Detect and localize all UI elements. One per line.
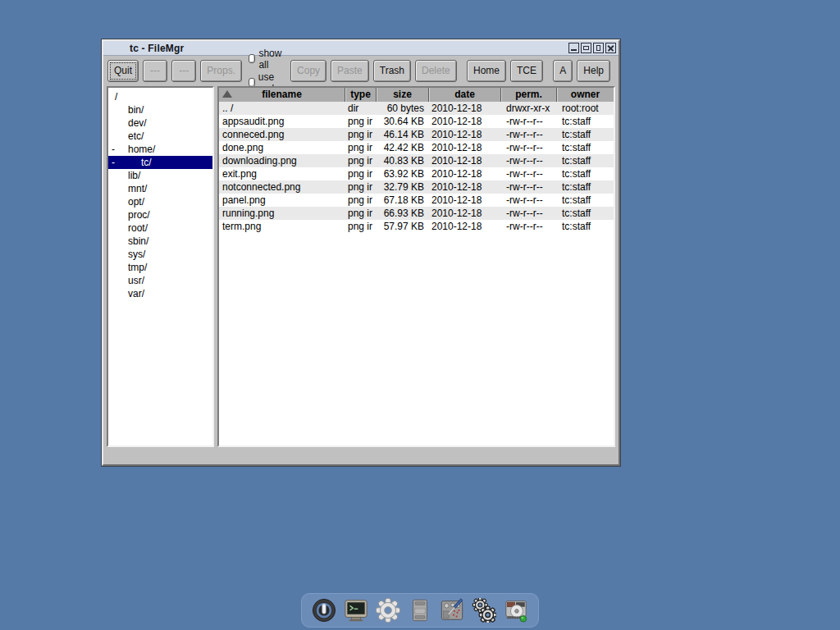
tree-item-opt[interactable]: opt/ xyxy=(108,195,212,208)
cell-date: 2010-12-18 xyxy=(428,194,500,207)
cell-filename: conneced.png xyxy=(219,128,345,141)
paste-button[interactable]: Paste xyxy=(331,60,369,82)
maximize-button[interactable] xyxy=(581,43,591,53)
column-header-size[interactable]: size xyxy=(376,88,428,102)
help-button[interactable]: Help xyxy=(577,60,610,82)
cell-size: 57.97 KB xyxy=(376,220,428,233)
tree-item-tc[interactable]: -tc/ xyxy=(108,156,212,169)
cell-perm: -rw-r--r-- xyxy=(500,167,556,180)
quit-button[interactable]: Quit xyxy=(107,60,139,82)
expander-icon[interactable]: - xyxy=(112,143,115,156)
cell-date: 2010-12-18 xyxy=(428,220,500,233)
column-header-perm[interactable]: perm. xyxy=(500,88,556,102)
title-bar[interactable]: tc - FileMgr xyxy=(103,41,619,56)
tce-button[interactable]: TCE xyxy=(510,60,543,82)
file-table: filename type size date perm. owner .. /… xyxy=(217,86,615,447)
tree-item-[interactable]: / xyxy=(108,90,212,103)
close-button[interactable] xyxy=(605,43,616,53)
copy-button[interactable]: Copy xyxy=(290,60,326,82)
cell-owner: tc:staff xyxy=(556,194,614,207)
tree-item-sbin[interactable]: sbin/ xyxy=(108,235,212,248)
tree-item-var[interactable]: var/ xyxy=(108,287,212,300)
table-row[interactable]: exit.pngpng ir63.92 KB2010-12-18-rw-r--r… xyxy=(219,167,614,180)
table-row[interactable]: panel.pngpng ir67.18 KB2010-12-18-rw-r--… xyxy=(219,194,614,207)
tree-item-label: usr/ xyxy=(108,275,144,286)
control-panel-icon[interactable] xyxy=(440,598,464,623)
cell-owner: root:root xyxy=(556,102,614,115)
tree-item-home[interactable]: -home/ xyxy=(108,143,212,156)
tree-item-label: / xyxy=(108,91,117,103)
table-row[interactable]: done.pngpng ir42.42 KB2010-12-18-rw-r--r… xyxy=(219,141,614,154)
cell-date: 2010-12-18 xyxy=(428,180,500,194)
tree-item-mnt[interactable]: mnt/ xyxy=(108,182,212,195)
table-row[interactable]: appsaudit.pngpng ir30.64 KB2010-12-18-rw… xyxy=(219,115,614,128)
table-body: .. /dir60 bytes2010-12-18drwxr-xr-xroot:… xyxy=(219,102,614,445)
tree-item-bin[interactable]: bin/ xyxy=(108,103,212,116)
show-all-label: show all xyxy=(258,48,284,71)
tree-item-label: sbin/ xyxy=(108,235,148,247)
cell-owner: tc:staff xyxy=(556,141,614,154)
cell-date: 2010-12-18 xyxy=(428,141,500,154)
tree-item-tmp[interactable]: tmp/ xyxy=(108,261,212,274)
tree-item-sys[interactable]: sys/ xyxy=(108,248,212,261)
tree-item-root[interactable]: root/ xyxy=(108,221,212,235)
trash-button[interactable]: Trash xyxy=(373,60,411,82)
show-all-checkbox[interactable] xyxy=(249,54,255,63)
settings-gear-icon[interactable] xyxy=(376,598,400,623)
tree-item-dev[interactable]: dev/ xyxy=(108,116,212,130)
home-button[interactable]: Home xyxy=(467,60,506,82)
tree-item-label: lib/ xyxy=(108,170,140,181)
table-row[interactable]: running.pngpng ir66.93 KB2010-12-18-rw-r… xyxy=(219,207,614,220)
table-row[interactable]: notconnected.pngpng ir32.79 KB2010-12-18… xyxy=(219,180,614,194)
cell-date: 2010-12-18 xyxy=(428,207,500,220)
tree-item-proc[interactable]: proc/ xyxy=(108,208,212,221)
cell-size: 32.79 KB xyxy=(376,180,428,194)
cell-type: png ir xyxy=(345,128,376,141)
cell-perm: -rw-r--r-- xyxy=(500,141,556,154)
shade-icon xyxy=(596,45,600,51)
tree-item-label: etc/ xyxy=(108,130,144,142)
cell-filename: downloading.png xyxy=(219,154,345,167)
cell-type: png ir xyxy=(345,220,376,233)
tree-item-label: home/ xyxy=(108,144,155,155)
cell-perm: drwxr-xr-x xyxy=(500,102,556,115)
terminal-icon[interactable] xyxy=(344,598,368,623)
tree-item-etc[interactable]: etc/ xyxy=(108,130,212,143)
props-button[interactable]: Props. xyxy=(200,60,242,82)
cell-size: 40.83 KB xyxy=(376,154,428,167)
expander-icon[interactable]: - xyxy=(112,156,115,169)
shade-button[interactable] xyxy=(593,43,604,53)
cell-perm: -rw-r--r-- xyxy=(500,194,556,207)
cell-date: 2010-12-18 xyxy=(428,167,500,180)
cell-perm: -rw-r--r-- xyxy=(500,207,556,220)
minimize-button[interactable] xyxy=(568,43,579,53)
cell-owner: tc:staff xyxy=(556,207,614,220)
table-row[interactable]: downloading.pngpng ir40.83 KB2010-12-18-… xyxy=(219,154,614,167)
minimize-icon xyxy=(571,49,577,51)
cell-filename: term.png xyxy=(219,220,345,233)
power-icon[interactable] xyxy=(312,598,336,623)
column-header-owner[interactable]: owner xyxy=(556,88,614,102)
blank-button-1[interactable]: --- xyxy=(143,60,167,82)
maximize-icon xyxy=(583,46,589,50)
mount-drive-icon[interactable] xyxy=(504,598,528,623)
tree-item-lib[interactable]: lib/ xyxy=(108,169,212,182)
blank-button-2[interactable]: --- xyxy=(171,60,196,82)
table-row[interactable]: conneced.pngpng ir46.14 KB2010-12-18-rw-… xyxy=(219,128,614,141)
show-all-option[interactable]: show all xyxy=(249,48,284,71)
delete-button[interactable]: Delete xyxy=(415,60,457,82)
column-header-date[interactable]: date xyxy=(428,88,500,102)
column-header-type[interactable]: type xyxy=(345,88,376,102)
a-button[interactable]: A xyxy=(553,60,573,82)
column-header-filename[interactable]: filename xyxy=(219,88,345,102)
status-bar xyxy=(107,449,615,463)
cell-size: 46.14 KB xyxy=(376,128,428,141)
directory-tree[interactable]: /bin/dev/etc/-home/-tc/lib/mnt/opt/proc/… xyxy=(107,86,214,447)
apps-box-icon[interactable] xyxy=(408,598,432,623)
tree-item-label: opt/ xyxy=(108,196,144,208)
cell-filename: running.png xyxy=(219,207,345,220)
tree-item-usr[interactable]: usr/ xyxy=(108,274,212,287)
gears-icon[interactable] xyxy=(472,598,496,623)
table-row[interactable]: term.pngpng ir57.97 KB2010-12-18-rw-r--r… xyxy=(219,220,614,233)
table-row[interactable]: .. /dir60 bytes2010-12-18drwxr-xr-xroot:… xyxy=(219,102,614,115)
